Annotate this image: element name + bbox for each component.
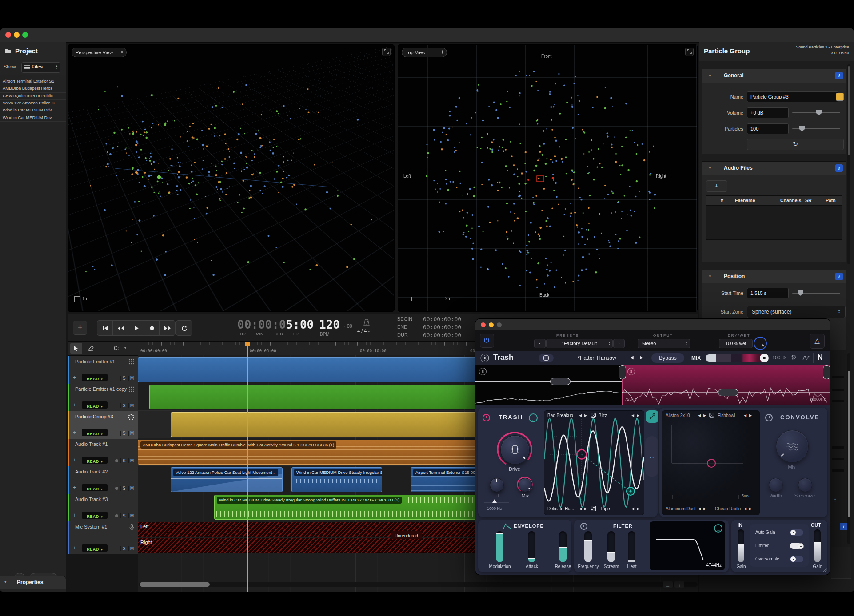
filter-power-toggle[interactable] — [580, 523, 587, 530]
start-zone-dropdown[interactable]: Sphere (surface) — [747, 306, 846, 318]
solo-button[interactable]: S — [120, 431, 127, 436]
width-knob[interactable] — [769, 478, 783, 492]
prev-icon[interactable]: ◀ — [698, 507, 701, 511]
record-enable-button[interactable] — [115, 459, 118, 462]
wave-style-top[interactable]: Bad Breakup — [547, 413, 573, 418]
record-button[interactable] — [144, 320, 160, 336]
preset-next-button[interactable]: › — [613, 339, 625, 348]
style-preset-value[interactable]: *Hattori Hansow — [578, 355, 616, 361]
timecode-display[interactable]: 00:00:05:00 — [237, 318, 314, 331]
prev-icon[interactable]: ◀ — [631, 507, 634, 511]
next-icon[interactable]: ▶ — [749, 507, 752, 511]
ir-style-bl[interactable]: Aluminum Dust — [666, 506, 696, 511]
add-automation-button[interactable]: + — [73, 484, 76, 491]
convolve-mix-knob[interactable] — [776, 430, 809, 463]
add-automation-button[interactable]: + — [73, 429, 76, 436]
next-icon[interactable]: ▶ — [584, 413, 587, 417]
dice-icon[interactable] — [591, 413, 596, 418]
in-gain-slider[interactable] — [738, 529, 744, 562]
color-swatch[interactable] — [836, 93, 844, 101]
rewind-button[interactable] — [112, 320, 129, 336]
randomize-button[interactable] — [539, 354, 554, 362]
next-icon[interactable]: ▶ — [703, 413, 706, 417]
next-icon[interactable]: ▶ — [637, 413, 639, 417]
info-button[interactable]: i — [835, 273, 843, 280]
heat-slider[interactable] — [628, 531, 635, 562]
add-automation-button[interactable]: + — [73, 374, 76, 381]
track-header-particle-emitter-1-copy[interactable]: Particle Emitter #1 copy + READ ▾ S M — [68, 384, 138, 412]
prev-icon[interactable]: ◀ — [744, 507, 746, 511]
band-low-gain-handle[interactable] — [550, 378, 571, 385]
volume-field[interactable]: +0 dB — [747, 107, 789, 118]
tilt-freq-thumb[interactable] — [492, 499, 497, 503]
auto-gain-toggle[interactable] — [790, 529, 803, 536]
filter-minplus-button[interactable]: -/+ — [714, 524, 722, 533]
mute-button[interactable]: M — [128, 513, 135, 518]
bpm-value[interactable]: 120 — [319, 318, 340, 331]
prev-icon[interactable]: ◀ — [698, 413, 701, 417]
list-item[interactable]: CRWDQuiet Interior Public — [0, 92, 66, 100]
next-icon[interactable]: ▶ — [637, 507, 639, 511]
ir-style-br[interactable]: Cheap Radio — [715, 506, 741, 511]
playhead-handle[interactable] — [245, 342, 250, 346]
solo-button[interactable]: S — [120, 403, 127, 408]
collapse-chevron-icon[interactable]: ▾ — [702, 162, 718, 174]
automation-mode-dropdown[interactable]: READ ▾ — [82, 512, 108, 519]
mute-button[interactable]: M — [128, 486, 135, 491]
add-automation-button[interactable]: + — [73, 544, 76, 551]
solo-button[interactable]: S — [120, 458, 127, 463]
expand-viewport-icon[interactable] — [685, 48, 694, 56]
wave-style-bottom2[interactable]: Tape — [600, 506, 610, 511]
trash-minplus-button[interactable]: -/+ — [529, 413, 538, 422]
next-icon[interactable]: ▶ — [584, 507, 587, 511]
add-track-button[interactable]: + — [73, 321, 87, 335]
snap-mode-label[interactable]: C: — [114, 345, 119, 351]
particles-field[interactable]: 100 — [747, 123, 789, 134]
mute-button[interactable]: M — [128, 431, 135, 436]
add-audio-file-button[interactable]: + — [706, 180, 727, 192]
dice-icon[interactable] — [709, 413, 714, 418]
next-icon[interactable]: ▶ — [703, 507, 706, 511]
top-view-selector[interactable]: Top View ▴▾ — [402, 48, 447, 57]
playhead[interactable] — [247, 342, 248, 592]
solo-button[interactable]: S — [120, 546, 127, 551]
bypass-button[interactable]: Bypass — [651, 353, 684, 363]
scream-slider[interactable] — [607, 531, 615, 562]
ir-display[interactable]: 5ms Allston 2x10 ◀ ▶ Fishbowl ◀ ▶ Alumin… — [662, 410, 760, 515]
release-slider[interactable] — [559, 531, 567, 562]
select-tool-button[interactable] — [70, 343, 82, 354]
gear-icon[interactable]: ⚙ — [791, 354, 797, 362]
clip-wind-blue[interactable]: Wind in Car MEDIUM Drive Steady Irregula… — [291, 467, 382, 492]
next-icon[interactable]: ▶ — [749, 413, 752, 417]
track-header-particle-emitter-1[interactable]: Particle Emitter #1 + READ ▾ S M — [68, 356, 138, 384]
preset-prev-button[interactable]: ‹ — [534, 339, 546, 348]
zoom-window-button[interactable] — [497, 322, 502, 327]
prev-icon[interactable]: ◀ — [631, 413, 634, 417]
prev-icon[interactable]: ◀ — [744, 413, 746, 417]
style-prev-icon[interactable]: ◀ — [630, 355, 634, 360]
zoom-window-button[interactable] — [22, 32, 28, 38]
info-button[interactable]: i — [835, 72, 843, 79]
list-item[interactable]: Airport Terminal Exterior S1 — [0, 78, 66, 85]
reset-button[interactable]: ↻ — [747, 139, 844, 150]
panel-scrollbar-thumb[interactable] — [848, 66, 850, 155]
mute-button[interactable]: M — [128, 403, 135, 408]
record-enable-button[interactable] — [115, 514, 118, 517]
band-high-gain-handle[interactable] — [718, 389, 738, 396]
add-automation-button[interactable]: + — [73, 512, 76, 518]
solo-button[interactable]: S — [120, 486, 127, 491]
track-header-audio-track-3[interactable]: Audio Track #3 + READ ▾ S M — [68, 494, 138, 522]
particles-slider-thumb[interactable] — [799, 126, 805, 131]
modulation-slider[interactable] — [496, 531, 503, 562]
limiter-toggle[interactable] — [790, 543, 803, 549]
zoom-out-button[interactable]: – — [663, 581, 673, 588]
track-header-audio-track-1[interactable]: Audio Track #1 + READ ▾ S M — [68, 439, 138, 467]
automation-mode-dropdown[interactable]: READ ▾ — [82, 484, 108, 491]
fast-forward-button[interactable] — [159, 320, 176, 336]
oversample-toggle[interactable] — [790, 556, 803, 562]
drywet-value[interactable]: 100 % wet — [719, 339, 753, 348]
wave-style-bottom[interactable]: Delicate Ha... — [547, 506, 574, 511]
solo-band-low-button[interactable]: S — [479, 368, 487, 375]
track-header-mic-system-1[interactable]: Mic System #1 + READ ▾ S M — [68, 521, 138, 555]
list-item[interactable]: AMBUrbn Budapest Heros — [0, 85, 66, 92]
